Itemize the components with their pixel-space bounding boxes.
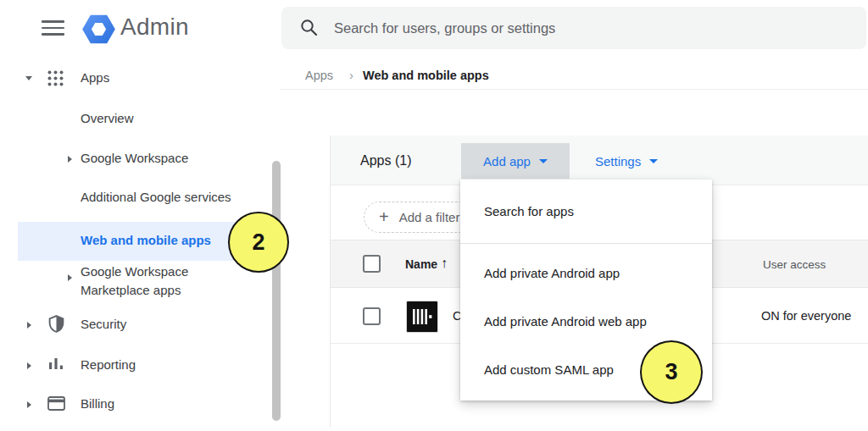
apps-count-label: Apps (1) [360,135,411,185]
menu-item-search-for-apps[interactable]: Search for apps [460,180,712,243]
sidebar-item-additional-google-services[interactable]: Additional Google services [81,190,275,208]
chevron-down-icon [539,159,548,163]
menu-item-label: Add custom SAML app [484,362,614,377]
search-icon [299,18,319,37]
sidebar-item-label: Security [81,317,126,331]
hamburger-bar [42,33,64,36]
plus-icon: + [379,207,389,227]
add-app-button[interactable]: Add app [461,143,570,179]
name-column-header[interactable]: Name [405,257,437,271]
sidebar-item-marketplace-apps[interactable]: Google Workspace Marketplace apps [81,262,218,300]
menu-item-label: Search for apps [484,204,574,218]
chevron-down-icon[interactable] [25,76,32,80]
menu-divider [460,243,712,244]
sidebar-item-label: Billing [81,396,114,411]
global-search-bar[interactable] [281,7,866,49]
app-barcode-icon [406,301,438,333]
user-access-column-header: User access [763,258,826,271]
breadcrumb-separator: › [349,68,353,82]
step-number: 3 [665,359,677,385]
apps-grid-icon [47,69,64,87]
sidebar-item-label: Web and mobile apps [81,233,211,247]
sidebar-item-google-workspace[interactable]: Google Workspace [68,151,271,169]
chevron-down-icon [649,159,658,163]
sidebar-item-label: Google Workspace [81,151,188,165]
menu-item-add-private-android-web-app[interactable]: Add private Android web app [460,297,712,345]
step-2-annotation-badge: 2 [228,212,289,273]
hamburger-bar [42,27,64,30]
chevron-right-icon[interactable] [27,322,31,329]
header-divider [280,89,868,90]
user-access-value: ON for everyone [761,309,851,323]
sidebar-item-overview[interactable]: Overview [81,111,267,130]
breadcrumb-apps-link[interactable]: Apps [305,69,333,82]
step-3-annotation-badge: 3 [640,340,703,404]
row-checkbox[interactable] [363,307,381,325]
menu-item-add-private-android-app[interactable]: Add private Android app [460,249,712,297]
hamburger-menu-icon[interactable] [42,20,64,36]
add-filter-chip[interactable]: + Add a filter [364,202,475,233]
admin-console: Admin Apps › Web and mobile apps Apps Ov… [0,0,868,431]
sidebar-item-reporting[interactable]: Reporting [24,354,270,376]
chevron-right-icon[interactable] [68,274,78,285]
bar-chart-icon [47,356,64,373]
add-filter-label: Add a filter [399,210,460,224]
chevron-right-icon[interactable] [27,401,31,408]
add-app-label: Add app [483,154,531,169]
chevron-right-icon[interactable] [68,156,72,163]
sidebar-item-label: Apps [81,70,109,85]
credit-card-icon [47,396,65,411]
menu-item-label: Add private Android app [484,266,620,280]
apps-toolbar: Apps (1) Add app Settings [331,135,868,185]
search-input[interactable] [334,7,843,49]
admin-logo-icon [81,11,117,47]
menu-item-label: Add private Android web app [484,314,647,329]
sidebar-item-label: Additional Google services [81,190,231,204]
sort-ascending-icon[interactable]: ↑ [441,256,448,271]
hamburger-bar [42,20,64,23]
settings-button[interactable]: Settings [585,143,668,179]
sidebar-item-apps[interactable]: Apps [18,67,272,91]
chevron-right-icon[interactable] [27,362,31,369]
sidebar-item-label: Google Workspace Marketplace apps [81,264,188,297]
brand-title: Admin [120,14,189,41]
select-all-checkbox[interactable] [363,255,381,273]
sidebar-item-billing[interactable]: Billing [24,393,270,415]
breadcrumb-current: Web and mobile apps [363,69,489,82]
sidebar-item-security[interactable]: Security [24,313,270,335]
settings-label: Settings [595,154,641,169]
sidebar-item-label: Overview [81,111,134,125]
sidebar-item-label: Reporting [81,357,136,372]
step-number: 2 [252,229,264,256]
shield-icon [47,315,65,333]
sidebar-scrollbar[interactable] [272,161,281,421]
